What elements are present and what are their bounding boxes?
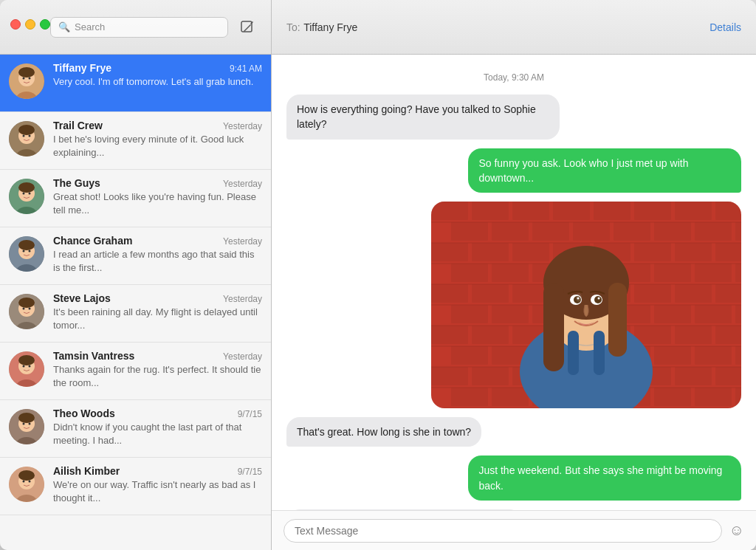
photo-bubble xyxy=(431,202,741,408)
conv-preview: I bet he's loving every minute of it. Go… xyxy=(53,133,262,159)
close-button[interactable] xyxy=(10,19,21,30)
compose-button[interactable] xyxy=(236,16,259,39)
compose-icon xyxy=(240,20,255,35)
svg-rect-70 xyxy=(614,222,650,241)
conversation-item[interactable]: Theo Woods 9/7/15 Didn't know if you cau… xyxy=(0,400,271,458)
svg-rect-61 xyxy=(553,202,590,220)
message-row-received: That's great. How long is she in town? xyxy=(286,417,741,447)
emoji-button[interactable]: ☺ xyxy=(729,522,744,539)
svg-rect-128 xyxy=(675,367,712,385)
svg-rect-112 xyxy=(675,326,712,344)
avatar xyxy=(9,236,44,272)
maximize-button[interactable] xyxy=(40,19,50,30)
svg-point-42 xyxy=(29,365,31,368)
avatar xyxy=(9,121,44,157)
conv-preview: Didn't know if you caught the last part … xyxy=(53,421,262,447)
svg-rect-119 xyxy=(654,346,691,365)
svg-point-12 xyxy=(18,125,35,135)
conversation-item[interactable]: Tamsin Vantress Yesterday Thanks again f… xyxy=(0,343,271,400)
message-input[interactable] xyxy=(284,519,722,543)
svg-rect-87 xyxy=(654,264,691,282)
svg-rect-88 xyxy=(695,264,732,282)
traffic-lights xyxy=(10,19,50,30)
chat-header: To: Tiffany Frye Details xyxy=(272,21,756,34)
svg-point-49 xyxy=(29,423,31,425)
conv-time: 9/7/15 xyxy=(238,409,262,419)
svg-rect-64 xyxy=(675,202,712,220)
svg-point-48 xyxy=(23,423,25,425)
conv-name: Steve Lajos xyxy=(53,292,111,304)
avatar xyxy=(9,63,44,99)
svg-point-27 xyxy=(23,250,25,252)
minimize-button[interactable] xyxy=(25,19,35,30)
message-bubble: How is everything going? Have you talked… xyxy=(286,94,560,140)
message-row-sent: Just the weekend. But she says she might… xyxy=(286,456,741,501)
details-button[interactable]: Details xyxy=(709,21,741,33)
message-bubble: So funny you ask. Look who I just met up… xyxy=(468,148,741,193)
svg-point-34 xyxy=(23,308,25,310)
conv-preview: Great shot! Looks like you're having fun… xyxy=(53,190,262,217)
conversation-item[interactable]: Tiffany Frye 9:41 AM Very cool. I'm off … xyxy=(0,55,271,112)
avatar xyxy=(9,351,44,387)
svg-rect-60 xyxy=(512,202,549,220)
svg-rect-122 xyxy=(431,367,468,385)
svg-rect-104 xyxy=(695,305,732,323)
svg-rect-114 xyxy=(451,346,488,365)
conv-name: The Guys xyxy=(53,177,100,189)
conversation-details: Tamsin Vantress Yesterday Thanks again f… xyxy=(53,350,262,390)
svg-point-41 xyxy=(23,365,25,368)
svg-point-40 xyxy=(18,355,35,365)
svg-rect-82 xyxy=(451,264,488,282)
message-row-received: How is everything going? Have you talked… xyxy=(286,94,741,140)
svg-rect-75 xyxy=(472,243,509,261)
svg-rect-90 xyxy=(431,284,468,303)
conversation-item[interactable]: Ailish Kimber 9/7/15 We're on our way. T… xyxy=(0,458,271,515)
conv-time: 9:41 AM xyxy=(230,63,262,74)
app-window: 🔍 Search To: Tiffany Frye Details xyxy=(0,0,756,550)
conversation-item[interactable]: The Guys Yesterday Great shot! Looks lik… xyxy=(0,170,271,227)
svg-rect-95 xyxy=(634,284,671,303)
svg-rect-72 xyxy=(695,222,732,241)
svg-point-164 xyxy=(576,293,582,302)
conv-time: Yesterday xyxy=(223,294,262,304)
svg-point-33 xyxy=(18,298,35,308)
conv-time: Yesterday xyxy=(223,121,262,131)
svg-rect-98 xyxy=(451,305,488,323)
svg-rect-63 xyxy=(634,202,671,220)
svg-rect-163 xyxy=(594,331,605,375)
search-bar[interactable]: 🔍 Search xyxy=(50,17,228,38)
main-content: Tiffany Frye 9:41 AM Very cool. I'm off … xyxy=(0,55,756,550)
svg-point-55 xyxy=(23,481,25,483)
svg-point-35 xyxy=(29,308,31,310)
svg-point-6 xyxy=(23,78,25,80)
svg-rect-103 xyxy=(654,305,691,323)
svg-rect-74 xyxy=(431,243,468,261)
conv-name: Trail Crew xyxy=(53,120,103,131)
svg-rect-65 xyxy=(715,202,741,220)
svg-point-28 xyxy=(29,250,31,252)
conv-preview: Very cool. I'm off tomorrow. Let's all g… xyxy=(53,75,262,89)
search-icon: 🔍 xyxy=(58,21,70,32)
conv-preview: I read an article a few months ago that … xyxy=(53,248,262,275)
svg-point-161 xyxy=(598,298,600,300)
conv-name: Ailish Kimber xyxy=(53,465,120,477)
svg-rect-58 xyxy=(431,202,468,220)
svg-rect-121 xyxy=(735,346,741,365)
svg-rect-91 xyxy=(472,284,509,303)
message-row-sent: So funny you ask. Look who I just met up… xyxy=(286,148,741,193)
conv-top-row: Theo Woods 9/7/15 xyxy=(53,408,262,419)
title-bar: 🔍 Search To: Tiffany Frye Details xyxy=(0,0,756,55)
conversation-item[interactable]: Trail Crew Yesterday I bet he's loving e… xyxy=(0,112,271,170)
conversation-item[interactable]: Chance Graham Yesterday I read an articl… xyxy=(0,227,271,285)
conv-time: 9/7/15 xyxy=(238,467,262,477)
conv-name: Tiffany Frye xyxy=(53,62,111,74)
to-label: To: xyxy=(286,21,300,33)
conversation-item[interactable]: Steve Lajos Yesterday It's been raining … xyxy=(0,285,271,343)
svg-point-54 xyxy=(18,470,35,481)
avatar xyxy=(9,179,44,214)
svg-rect-129 xyxy=(715,367,741,385)
svg-point-5 xyxy=(18,67,35,78)
conv-time: Yesterday xyxy=(223,351,262,362)
svg-rect-120 xyxy=(695,346,732,365)
conversations-sidebar: Tiffany Frye 9:41 AM Very cool. I'm off … xyxy=(0,55,272,550)
